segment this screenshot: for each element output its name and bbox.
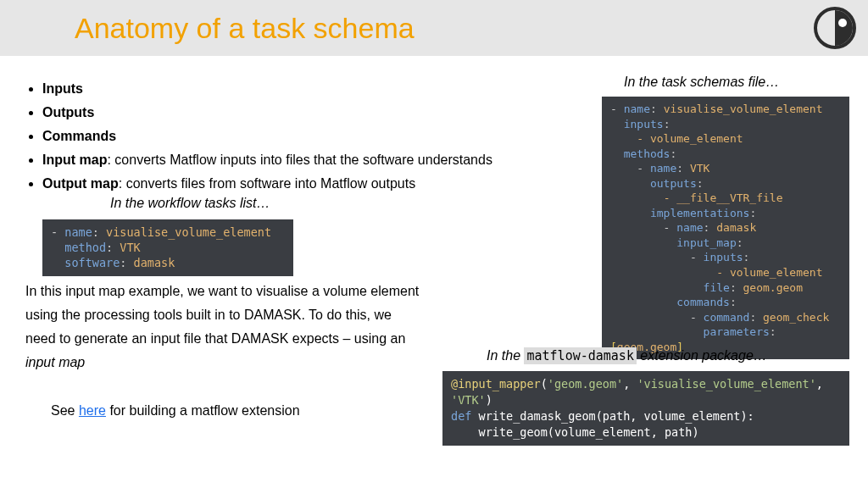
- bullet-list: Inputs Outputs Commands Input map: conve…: [25, 77, 492, 196]
- code-task-schemas: - name: visualise_volume_element inputs:…: [602, 97, 849, 359]
- see-here-line: See here for building a matflow extensio…: [51, 403, 300, 419]
- slide-title: Anatomy of a task schema: [75, 12, 415, 45]
- paragraph-example: In this input map example, we want to vi…: [25, 280, 424, 374]
- bullet-outputs: Outputs: [42, 101, 492, 125]
- here-link[interactable]: here: [79, 403, 106, 418]
- caption-task-schemas: In the task schemas file…: [624, 75, 779, 90]
- caption-extension-package: In the matflow-damask extension package…: [487, 348, 767, 363]
- slide-header: Anatomy of a task schema: [0, 0, 868, 56]
- code-workflow-tasks: - name: visualise_volume_element method:…: [42, 219, 293, 276]
- code-extension-package: @input_mapper('geom.geom', 'visualise_vo…: [442, 371, 849, 446]
- bullet-input-map: Input map: converts Matflow inputs into …: [42, 148, 492, 172]
- bullet-output-map: Output map: converts files from software…: [42, 172, 492, 196]
- bullet-inputs: Inputs: [42, 77, 492, 101]
- logo-icon: [814, 7, 856, 49]
- caption-workflow-tasks: In the workflow tasks list…: [110, 196, 270, 211]
- svg-point-1: [838, 19, 847, 27]
- slide-body: Inputs Outputs Commands Input map: conve…: [0, 56, 868, 71]
- bullet-commands: Commands: [42, 125, 492, 148]
